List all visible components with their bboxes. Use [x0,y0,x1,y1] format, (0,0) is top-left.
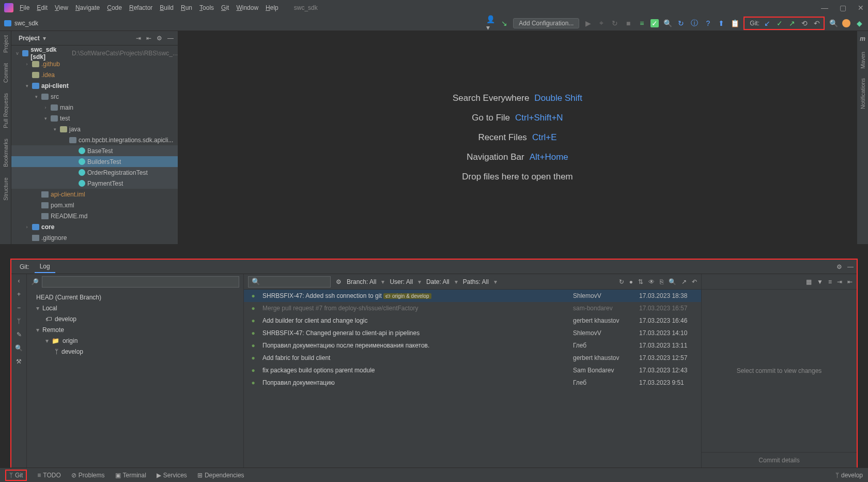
rail-bookmarks[interactable]: Bookmarks [3,139,9,167]
tree-item[interactable]: ▾test [11,113,178,124]
filter-user[interactable]: User: All [390,278,413,285]
user-icon[interactable]: 👤▾ [486,19,495,28]
git-tab-log[interactable]: Log [35,261,55,273]
branch-remote-item[interactable]: ᛘdevelop [27,346,243,357]
menu-navigate[interactable]: Navigate [75,4,100,11]
menu-file[interactable]: File [20,4,29,11]
sort-icon[interactable]: ⇅ [638,278,643,285]
status-item-problems[interactable]: ⊘ Problems [71,472,105,479]
maximize-icon[interactable]: ▢ [840,4,846,12]
minus-icon[interactable]: − [17,304,21,311]
menu-help[interactable]: Help [266,4,278,11]
menu-refactor[interactable]: Refactor [129,4,152,11]
diff-icon[interactable]: ≡ [828,278,832,285]
git-push-icon[interactable]: ↗ [787,19,797,28]
rail-pull-requests[interactable]: Pull Requests [3,93,9,128]
tree-item[interactable]: api-client.iml [11,189,178,200]
tree-item[interactable]: OrderRegistrationTest [11,167,178,178]
log-search-input[interactable] [248,276,331,288]
commit-row[interactable]: ●Add fabric for build client gerbert kha… [244,352,701,364]
tree-item[interactable]: com.bpcbt.integrations.sdk.apicli... [11,134,178,145]
menu-build[interactable]: Build [160,4,174,11]
tree-item[interactable]: ▾java [11,124,178,134]
tree-root[interactable]: v swc_sdk [sdk] D:\SoftWareCats\Projects… [11,48,178,58]
project-tree[interactable]: v swc_sdk [sdk] D:\SoftWareCats\Projects… [11,46,178,244]
search-blue-icon[interactable]: 🔍 [663,19,672,28]
status-item-todo[interactable]: ≡ TODO [37,472,60,479]
open-icon[interactable]: ⎘ [660,278,663,285]
collapse-icon[interactable]: ⇥ [136,35,141,42]
add-configuration-button[interactable]: Add Configuration... [513,18,579,28]
branch-remote-group[interactable]: ▾Remote [27,324,243,335]
dropdown-icon[interactable]: ▾ [43,35,46,42]
menu-git[interactable]: Git [221,4,229,11]
check-icon[interactable]: ✓ [650,19,659,27]
filter-branch[interactable]: Branch: All [347,278,376,285]
commit-row[interactable]: ●SHRBSFIX-47: Changed general to client-… [244,327,701,339]
branch-search-input[interactable] [42,276,239,288]
branch-head[interactable]: HEAD (Current Branch) [27,292,243,303]
git-hide-icon[interactable]: — [847,263,854,270]
commit-row[interactable]: ●SHRBSFIX-47: Added ssh connection to gi… [244,290,701,302]
commit-row[interactable]: ●Поправил документацию после переименова… [244,339,701,352]
status-branch[interactable]: ᛘdevelop [835,472,863,479]
tree-item[interactable]: pom.xml [11,243,178,244]
status-item-git[interactable]: ᛘGit [5,470,27,481]
rail-project[interactable]: Project [3,35,9,53]
rail-notifications[interactable]: Notifications [860,78,866,109]
upload-icon[interactable]: ⬆ [717,19,726,28]
ide-avatar-icon[interactable] [842,19,850,27]
stop-icon[interactable]: ■ [624,19,633,28]
rail-structure[interactable]: Structure [3,177,9,201]
commit-row[interactable]: ●Поправил документацию Глеб17.03.2023 9:… [244,376,701,389]
settings-icon[interactable]: ⚙ [157,35,162,42]
refresh-icon[interactable]: ↻ [676,19,686,28]
filter-paths[interactable]: Paths: All [463,278,489,285]
filter-date[interactable]: Date: All [426,278,450,285]
tree-item[interactable]: ▾src [11,91,178,102]
go-icon[interactable]: ↗ [681,278,687,285]
tree-item[interactable]: ›main [11,102,178,113]
run-icon[interactable]: ▶ [583,19,593,28]
tree-item[interactable]: PaymentTest [11,178,178,189]
refresh-icon[interactable]: ↻ [619,278,624,285]
list-icon[interactable]: ≡ [637,19,646,28]
tree-item[interactable]: pom.xml [11,200,178,210]
filter-settings-icon[interactable]: ⚙ [336,278,342,285]
commit-row[interactable]: ●Add builder for client and change logic… [244,314,701,327]
rail-maven[interactable]: Maven [860,52,866,69]
clipboard-icon[interactable]: 📋 [730,19,739,28]
eye-icon[interactable]: 👁 [648,278,655,285]
menu-tools[interactable]: Tools [199,4,214,11]
menu-code[interactable]: Code [107,4,122,11]
debug-icon[interactable]: ⌖ [597,19,606,28]
build-hammer-icon[interactable]: ↘ [500,19,509,28]
tree-item[interactable]: .gitignore [11,232,178,243]
find-icon[interactable]: 🔍 [669,278,676,285]
commit-row[interactable]: ●fix packages build options parent modul… [244,364,701,376]
back-icon[interactable]: ‹ [18,277,20,284]
git-revert-icon[interactable]: ↶ [812,19,822,28]
tree-item[interactable]: BuildersTest [11,156,178,167]
help-icon[interactable]: ? [703,19,712,28]
rail-commit[interactable]: Commit [3,63,9,83]
tree-item[interactable]: BaseTest [11,145,178,156]
cherry-pick-icon[interactable]: ● [629,278,633,285]
edit-icon[interactable]: ✎ [17,331,22,338]
tree-item[interactable]: .idea [11,69,178,80]
filter-icon[interactable]: ▼ [817,278,823,285]
menu-edit[interactable]: Edit [37,4,48,11]
branch-local-group[interactable]: ▾Local [27,303,243,313]
expand-icon[interactable]: ⇤ [146,35,151,42]
status-item-services[interactable]: ▶ Services [157,472,187,479]
git-history-icon[interactable]: ⟲ [800,19,809,28]
tree-item[interactable]: ›core [11,221,178,232]
plus-icon[interactable]: + [17,291,21,298]
tree-item[interactable]: ▾api-client [11,80,178,91]
coverage-icon[interactable]: ↻ [610,19,619,28]
menu-view[interactable]: View [55,4,68,11]
hide-icon[interactable]: — [167,35,174,42]
git-settings-icon[interactable]: ⚙ [836,263,842,270]
revert-icon[interactable]: ↶ [692,278,697,285]
info-icon[interactable]: ⓘ [690,19,699,28]
